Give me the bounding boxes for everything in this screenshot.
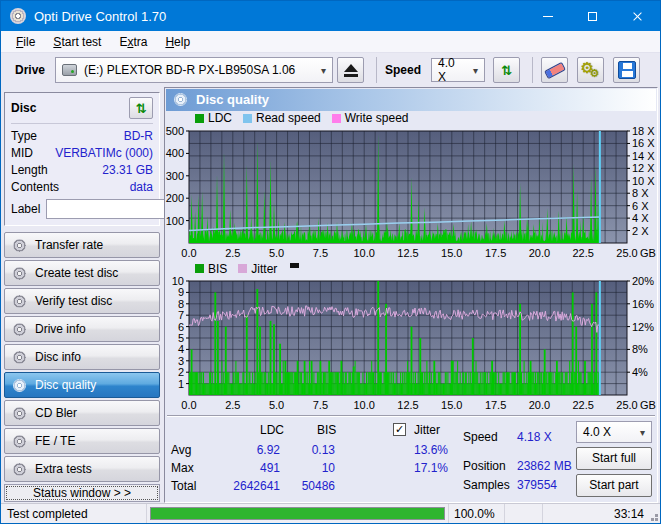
sidebar-item-disc-quality[interactable]: Disc quality	[4, 372, 160, 398]
svg-text:8%: 8%	[632, 344, 648, 356]
svg-text:200: 200	[166, 192, 184, 204]
maximize-button[interactable]	[570, 1, 615, 31]
sidebar-item-disc-info[interactable]: Disc info	[4, 344, 160, 370]
avg-bis-value: 0.13	[285, 443, 335, 457]
erase-disc-button[interactable]	[541, 57, 568, 83]
drive-icon	[62, 64, 77, 76]
svg-text:25.0: 25.0	[616, 399, 637, 411]
jitter-legend-swatch	[238, 264, 247, 273]
avg-row-label: Avg	[171, 443, 191, 457]
speed-stat-value: 4.18 X	[517, 430, 552, 444]
eject-button[interactable]	[337, 57, 364, 83]
sidebar-item-extra-tests[interactable]: Extra tests	[4, 456, 160, 482]
svg-text:22.5: 22.5	[572, 399, 593, 411]
drive-label: Drive	[15, 63, 45, 77]
content: Disc ⇅ TypeBD-R MIDVERBATIMc (000) Lengt…	[1, 87, 660, 503]
svg-text:0.0: 0.0	[181, 399, 196, 411]
disc-type-row: TypeBD-R	[11, 129, 153, 143]
window-title: Opti Drive Control 1.70	[34, 9, 166, 24]
test-speed-select[interactable]: 4.0 X ▾	[576, 421, 652, 443]
sidebar-nav: Transfer rate Create test disc Verify te…	[4, 232, 160, 482]
settings-button[interactable]: ⚙⚙	[577, 57, 604, 83]
disc-icon	[13, 239, 26, 252]
svg-text:1: 1	[178, 378, 184, 390]
disc-panel-title: Disc	[11, 101, 36, 115]
svg-text:5: 5	[178, 332, 184, 344]
sidebar: Disc ⇅ TypeBD-R MIDVERBATIMc (000) Lengt…	[1, 87, 163, 503]
start-full-button[interactable]: Start full	[576, 447, 652, 470]
resize-grip[interactable]	[655, 518, 658, 521]
read-speed-legend-label: Read speed	[256, 111, 321, 125]
svg-text:20.0: 20.0	[529, 247, 550, 259]
menu-file[interactable]: File	[7, 33, 44, 51]
svg-text:9: 9	[178, 287, 184, 299]
disc-refresh-button[interactable]: ⇅	[129, 97, 153, 119]
svg-text:2: 2	[178, 366, 184, 378]
status-window-button[interactable]: Status window > >	[4, 484, 160, 502]
svg-text:2.5: 2.5	[225, 399, 240, 411]
drive-select[interactable]: (E:) PLEXTOR BD-R PX-LB950SA 1.06 ▾	[55, 57, 333, 83]
chart2-legend: BIS Jitter	[195, 262, 657, 275]
bis-legend-label: BIS	[208, 262, 227, 276]
sidebar-item-cd-bler[interactable]: CD Bler	[4, 400, 160, 426]
sidebar-item-fe-te[interactable]: FE / TE	[4, 428, 160, 454]
chevron-down-icon: ▾	[465, 65, 478, 76]
elapsed-time: 33:14	[542, 504, 660, 523]
svg-text:500: 500	[166, 125, 184, 137]
gears-icon: ⚙⚙	[581, 60, 601, 80]
eraser-icon	[544, 61, 566, 78]
svg-text:12%: 12%	[632, 321, 654, 333]
svg-text:10.0: 10.0	[353, 247, 374, 259]
sidebar-item-verify-test-disc[interactable]: Verify test disc	[4, 288, 160, 314]
max-bis-value: 10	[285, 461, 335, 475]
close-button[interactable]	[615, 1, 660, 31]
svg-text:14 X: 14 X	[632, 150, 655, 162]
disc-icon	[13, 295, 26, 308]
svg-text:7: 7	[178, 309, 184, 321]
svg-text:15.0: 15.0	[441, 399, 462, 411]
sidebar-item-transfer-rate[interactable]: Transfer rate	[4, 232, 160, 258]
jitter-checkbox[interactable]: ✓	[393, 423, 406, 436]
refresh-button[interactable]: ⇅	[493, 57, 520, 83]
chevron-down-icon: ▾	[313, 65, 326, 76]
samples-stat-value: 379554	[517, 478, 557, 492]
svg-text:25.0: 25.0	[616, 247, 637, 259]
svg-text:18 X: 18 X	[632, 125, 655, 137]
svg-text:10 X: 10 X	[632, 175, 655, 187]
position-stat-value: 23862 MB	[517, 459, 572, 473]
svg-text:300: 300	[166, 170, 184, 182]
svg-text:15.0: 15.0	[441, 247, 462, 259]
sidebar-item-drive-info[interactable]: Drive info	[4, 316, 160, 342]
refresh-icon: ⇅	[136, 102, 147, 115]
svg-text:10.0: 10.0	[353, 399, 374, 411]
svg-text:2 X: 2 X	[632, 224, 649, 236]
disc-icon	[13, 463, 26, 476]
menu-extra[interactable]: Extra	[110, 33, 156, 51]
jitter-legend-label: Jitter	[251, 262, 277, 276]
speed-label: Speed	[385, 63, 421, 77]
toolbar: Drive (E:) PLEXTOR BD-R PX-LB950SA 1.06 …	[1, 53, 660, 87]
svg-text:5.0: 5.0	[269, 399, 284, 411]
disc-type-value: BD-R	[124, 129, 153, 143]
menu-help[interactable]: Help	[156, 33, 199, 51]
disc-icon	[13, 379, 26, 392]
test-speed-select-value: 4.0 X	[583, 425, 611, 439]
svg-text:8: 8	[178, 298, 184, 310]
save-button[interactable]	[613, 57, 640, 83]
start-part-button[interactable]: Start part	[576, 474, 652, 497]
read-speed-legend-swatch	[243, 114, 252, 123]
svg-text:16%: 16%	[632, 298, 654, 310]
minimize-button[interactable]	[525, 1, 570, 31]
progress-percent: 100.0%	[449, 504, 505, 523]
menu-start-test[interactable]: Start test	[44, 33, 110, 51]
titlebar: Opti Drive Control 1.70	[1, 1, 660, 31]
app-window: Opti Drive Control 1.70 File Start test …	[0, 0, 661, 524]
speed-select[interactable]: 4.0 X ▾	[431, 58, 485, 82]
ldc-column-header: LDC	[260, 423, 284, 437]
svg-text:6: 6	[178, 321, 184, 333]
svg-text:7.5: 7.5	[313, 399, 328, 411]
statusbar: Test completed 100.0% 33:14	[1, 503, 660, 523]
svg-text:5.0: 5.0	[269, 247, 284, 259]
avg-ldc-value: 6.92	[225, 443, 280, 457]
sidebar-item-create-test-disc[interactable]: Create test disc	[4, 260, 160, 286]
